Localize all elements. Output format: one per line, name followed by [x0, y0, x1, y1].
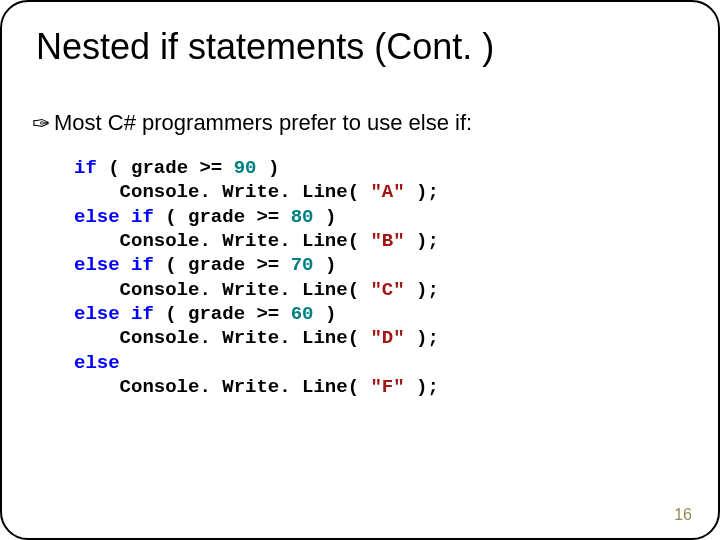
kw-else: else — [74, 352, 120, 374]
rparen: ) — [416, 327, 427, 349]
var-grade: grade — [188, 206, 245, 228]
kw-if: if — [131, 303, 154, 325]
slide-frame: Nested if statements (Cont. ) ✑ Most C# … — [0, 0, 720, 540]
rparen: ) — [416, 181, 427, 203]
semi: ; — [428, 376, 439, 398]
var-grade: grade — [188, 254, 245, 276]
call-writeline: Console. Write. Line( — [120, 327, 359, 349]
num-80: 80 — [291, 206, 314, 228]
op-ge: >= — [199, 157, 222, 179]
lparen: ( — [165, 254, 176, 276]
call-writeline: Console. Write. Line( — [120, 279, 359, 301]
bullet-item: ✑ Most C# programmers prefer to use else… — [30, 110, 690, 136]
semi: ; — [428, 327, 439, 349]
rparen: ) — [416, 279, 427, 301]
str-b: "B" — [370, 230, 404, 252]
var-grade: grade — [188, 303, 245, 325]
op-ge: >= — [256, 254, 279, 276]
num-60: 60 — [291, 303, 314, 325]
op-ge: >= — [256, 303, 279, 325]
rparen: ) — [416, 230, 427, 252]
slide-title: Nested if statements (Cont. ) — [30, 26, 690, 68]
kw-else: else — [74, 254, 120, 276]
semi: ; — [428, 230, 439, 252]
str-a: "A" — [370, 181, 404, 203]
rparen: ) — [325, 206, 336, 228]
kw-if: if — [74, 157, 97, 179]
kw-if: if — [131, 206, 154, 228]
bullet-text: Most C# programmers prefer to use else i… — [54, 110, 472, 136]
num-90: 90 — [234, 157, 257, 179]
lparen: ( — [165, 303, 176, 325]
num-70: 70 — [291, 254, 314, 276]
bullet-icon: ✑ — [32, 113, 50, 135]
call-writeline: Console. Write. Line( — [120, 230, 359, 252]
lparen: ( — [165, 206, 176, 228]
kw-else: else — [74, 206, 120, 228]
semi: ; — [428, 181, 439, 203]
call-writeline: Console. Write. Line( — [120, 376, 359, 398]
op-ge: >= — [256, 206, 279, 228]
var-grade: grade — [131, 157, 188, 179]
str-c: "C" — [370, 279, 404, 301]
kw-if: if — [131, 254, 154, 276]
str-d: "D" — [370, 327, 404, 349]
rparen: ) — [325, 303, 336, 325]
lparen: ( — [108, 157, 119, 179]
rparen: ) — [268, 157, 279, 179]
rparen: ) — [416, 376, 427, 398]
call-writeline: Console. Write. Line( — [120, 181, 359, 203]
rparen: ) — [325, 254, 336, 276]
str-f: "F" — [370, 376, 404, 398]
kw-else: else — [74, 303, 120, 325]
semi: ; — [428, 279, 439, 301]
page-number: 16 — [674, 506, 692, 524]
code-block: if ( grade >= 90 ) Console. Write. Line(… — [30, 156, 690, 399]
